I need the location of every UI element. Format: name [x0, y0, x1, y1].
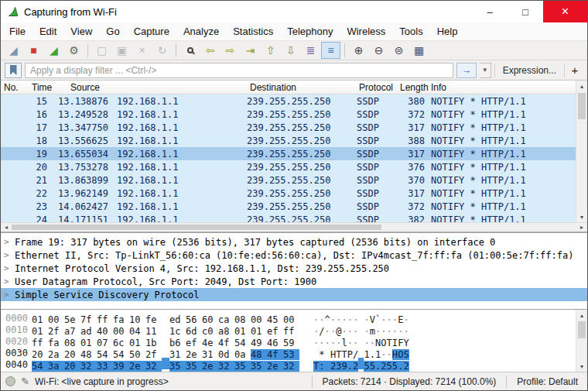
go-back-icon[interactable]: ⇦ — [200, 42, 220, 59]
menu-item-edit[interactable]: Edit — [32, 23, 63, 39]
packet-destination-cell: 239.255.255.250 — [247, 162, 357, 173]
display-filter-input[interactable] — [25, 63, 453, 78]
go-to-packet-icon[interactable]: ⇥ — [241, 42, 260, 59]
column-header-info[interactable]: Info — [431, 82, 446, 93]
menu-item-tools[interactable]: Tools — [392, 23, 429, 39]
packet-protocol-cell: SSDP — [357, 175, 397, 186]
detail-row[interactable]: >User Datagram Protocol, Src Port: 2049,… — [1, 275, 587, 288]
hscrollbar-thumb[interactable] — [12, 225, 381, 230]
packet-row[interactable]: 2213.962149192.168.1.1239.255.255.250SSD… — [1, 187, 576, 200]
menu-item-statistics[interactable]: Statistics — [226, 23, 280, 39]
expand-arrow-icon[interactable]: > — [4, 276, 15, 286]
scroll-down-icon[interactable]: ▾ — [580, 361, 583, 372]
zoom-reset-icon[interactable]: ⊜ — [389, 42, 409, 59]
menu-item-analyze[interactable]: Analyze — [176, 23, 226, 39]
packet-details-pane: >Frame 19: 317 bytes on wire (2536 bits)… — [1, 232, 587, 309]
auto-scroll-icon[interactable]: ≡ — [321, 42, 340, 59]
apply-filter-button[interactable]: → — [456, 63, 477, 78]
packet-row[interactable]: 2414.171151192.168.1.1239.255.255.250SSD… — [1, 213, 576, 222]
scroll-left-icon[interactable]: ◂ — [1, 223, 12, 232]
expert-info-icon[interactable] — [5, 376, 15, 386]
close-button[interactable]: × — [543, 1, 587, 22]
expand-arrow-icon[interactable]: > — [4, 237, 15, 247]
scroll-up-icon[interactable]: ▴ — [580, 310, 583, 321]
add-filter-button[interactable]: + — [568, 63, 583, 77]
packet-protocol-cell: SSDP — [357, 162, 397, 173]
column-header-protocol[interactable]: Protocol — [359, 82, 393, 93]
hex-scrollbar[interactable]: ▴ ▾ — [576, 310, 587, 372]
menu-item-file[interactable]: File — [2, 23, 32, 39]
expand-arrow-icon[interactable]: > — [4, 263, 15, 273]
packet-destination-cell: 239.255.255.250 — [247, 149, 357, 159]
packet-list-hscrollbar[interactable]: ◂ ▸ — [1, 222, 587, 232]
packet-list-scrollbar[interactable]: ▴ ▾ — [576, 81, 587, 222]
menu-item-go[interactable]: Go — [99, 23, 126, 39]
column-header-destination[interactable]: Destination — [250, 82, 296, 93]
column-header-source[interactable]: Source — [70, 82, 100, 93]
expand-arrow-icon[interactable]: > — [4, 250, 15, 260]
menu-item-help[interactable]: Help — [430, 23, 465, 39]
scroll-down-icon[interactable]: ▾ — [580, 211, 583, 222]
packet-row[interactable]: 1513.138876192.168.1.1239.255.255.250SSD… — [1, 94, 576, 108]
packet-no-cell: 24 — [1, 214, 53, 223]
menu-item-capture[interactable]: Capture — [127, 23, 176, 39]
menu-item-view[interactable]: View — [63, 23, 99, 39]
go-forward-icon[interactable]: ⇨ — [220, 42, 240, 59]
scrollbar-thumb[interactable] — [578, 321, 586, 338]
bookmark-icon — [10, 65, 17, 75]
menu-item-telephony[interactable]: Telephony — [280, 23, 340, 39]
hex-row[interactable]: 0040543a203233392e3235352e3235352e32T: 2… — [1, 358, 576, 370]
maximize-button[interactable]: □ — [508, 1, 543, 22]
detail-row[interactable]: >Ethernet II, Src: Tp-LinkT_56:60:ca (10… — [1, 249, 587, 262]
profile-text[interactable]: Profile: Default — [512, 376, 583, 387]
detail-row[interactable]: >Frame 19: 317 bytes on wire (2536 bits)… — [1, 235, 587, 249]
packet-row[interactable]: 1613.249528192.168.1.1239.255.255.250SSD… — [1, 108, 576, 121]
packet-row[interactable]: 2013.753278192.168.1.1239.255.255.250SSD… — [1, 160, 576, 173]
colorize-icon[interactable]: ≣ — [301, 42, 320, 59]
packet-no-cell: 19 — [1, 149, 53, 159]
detail-row[interactable]: >Simple Service Discovery Protocol — [1, 288, 587, 301]
packet-row[interactable]: 2113.863899192.168.1.1239.255.255.250SSD… — [1, 173, 576, 187]
column-header-time[interactable]: Time — [32, 82, 52, 93]
close-file-icon: × — [132, 42, 152, 59]
packet-length-cell: 317 — [397, 122, 426, 133]
packet-length-cell: 376 — [397, 162, 426, 173]
capture-comment-icon[interactable]: ✎ — [21, 376, 29, 387]
resize-columns-icon[interactable]: ▦ — [409, 42, 429, 59]
capture-options-icon[interactable]: ⚙ — [64, 42, 84, 59]
minimize-button[interactable]: – — [472, 1, 508, 22]
detail-row[interactable]: >Internet Protocol Version 4, Src: 192.1… — [1, 262, 587, 275]
start-capture-icon[interactable]: ◢ — [4, 42, 23, 59]
column-header-no[interactable]: No. — [4, 82, 19, 93]
filter-bookmark-button[interactable] — [5, 63, 22, 78]
zoom-out-icon[interactable]: ⊖ — [369, 42, 388, 59]
menu-item-wireless[interactable]: Wireless — [340, 23, 392, 39]
go-top-icon[interactable]: ⇧ — [261, 42, 280, 59]
title-bar: Capturing from Wi-Fi – □ × — [1, 1, 587, 22]
packet-row[interactable]: 1913.655034192.168.1.1239.255.255.250SSD… — [1, 147, 576, 160]
packet-row[interactable]: 1713.347750192.168.1.1239.255.255.250SSD… — [1, 121, 576, 134]
packet-destination-cell: 239.255.255.250 — [247, 201, 357, 212]
detail-text: Frame 19: 317 bytes on wire (2536 bits),… — [15, 237, 495, 248]
go-bottom-icon[interactable]: ⇩ — [281, 42, 300, 59]
packet-row[interactable]: 1813.556625192.168.1.1239.255.255.250SSD… — [1, 134, 576, 147]
packet-list-rows: 1513.138876192.168.1.1239.255.255.250SSD… — [1, 94, 576, 222]
detail-text: Simple Service Discovery Protocol — [15, 290, 199, 300]
scrollbar-thumb[interactable] — [578, 93, 586, 119]
packet-no-cell: 15 — [1, 96, 53, 107]
restart-capture-icon[interactable]: ◢ — [44, 42, 63, 59]
find-packet-icon[interactable] — [180, 42, 200, 59]
stop-capture-icon[interactable]: ■ — [24, 42, 43, 59]
packet-row[interactable]: 2314.062427192.168.1.1239.255.255.250SSD… — [1, 200, 576, 213]
column-header-length[interactable]: Length — [400, 82, 429, 93]
zoom-in-icon[interactable]: ⊕ — [349, 42, 368, 59]
detail-text: User Datagram Protocol, Src Port: 2049, … — [15, 276, 316, 287]
filter-history-dropdown[interactable]: ▼ — [480, 63, 491, 78]
packet-no-cell: 17 — [1, 122, 53, 133]
scroll-up-icon[interactable]: ▴ — [580, 81, 583, 91]
window-controls: – □ × — [472, 1, 587, 22]
expression-button[interactable]: Expression... — [498, 65, 561, 76]
scroll-right-icon[interactable]: ▸ — [576, 223, 587, 232]
expand-arrow-icon[interactable]: > — [4, 290, 15, 300]
window-title: Capturing from Wi-Fi — [24, 6, 117, 18]
